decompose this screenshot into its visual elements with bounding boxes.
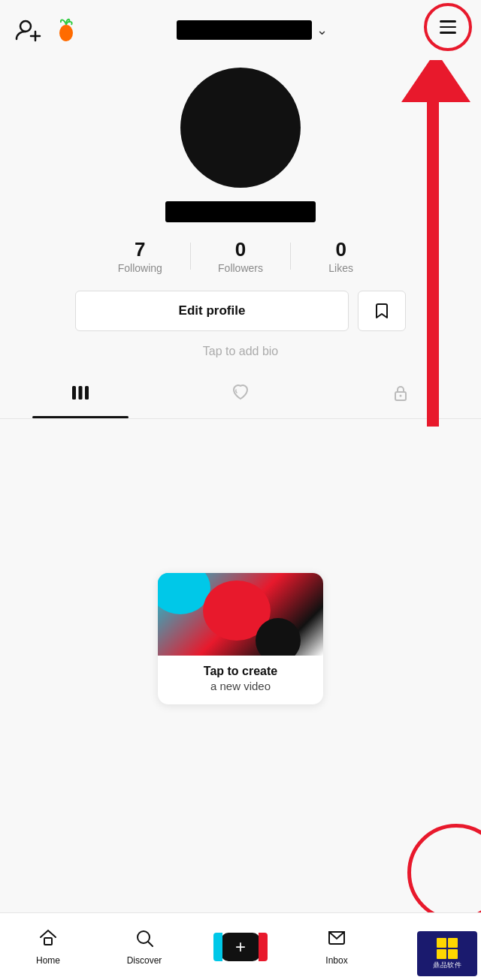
tabs-row (0, 372, 481, 419)
discover-label: Discover (127, 955, 162, 966)
bookmark-button[interactable] (358, 291, 406, 331)
bottom-red-circle (407, 824, 481, 921)
inbox-label: Inbox (325, 955, 347, 966)
svg-rect-5 (78, 386, 82, 400)
create-video-title: Tap to create (168, 665, 313, 678)
tab-liked[interactable] (160, 372, 320, 418)
nav-item-discover[interactable]: Discover (96, 928, 192, 966)
carrot-icon[interactable] (53, 17, 80, 44)
svg-rect-9 (44, 938, 52, 945)
create-video-thumbnail (158, 573, 323, 656)
nav-item-plus[interactable]: + (192, 933, 289, 961)
home-icon (38, 928, 58, 952)
avatar[interactable] (180, 68, 301, 188)
edit-profile-button[interactable]: Edit profile (75, 291, 349, 331)
nav-right (424, 9, 466, 51)
svg-rect-4 (72, 386, 76, 400)
chevron-down-icon[interactable]: ⌄ (316, 22, 328, 38)
followers-label: Followers (218, 262, 263, 274)
nav-item-inbox[interactable]: Inbox (289, 928, 385, 966)
content-area: Tap to create a new video (0, 419, 481, 795)
username-redacted (177, 20, 312, 40)
tab-videos[interactable] (0, 372, 160, 418)
profile-section: 7 Following 0 Followers 0 Likes Edit pro… (0, 60, 481, 372)
nav-center: ⌄ (80, 20, 424, 40)
create-video-card[interactable]: Tap to create a new video (158, 573, 323, 704)
hamburger-circle (424, 3, 472, 51)
followers-count: 0 (235, 239, 246, 261)
following-label: Following (118, 262, 162, 274)
inbox-icon (327, 928, 346, 952)
likes-count: 0 (335, 239, 346, 261)
following-count: 7 (135, 239, 145, 261)
followers-stat[interactable]: 0 Followers (191, 239, 291, 274)
create-video-text: Tap to create a new video (158, 656, 323, 704)
create-video-subtitle: a new video (168, 680, 313, 692)
svg-rect-6 (85, 386, 89, 400)
svg-point-3 (59, 25, 73, 41)
svg-point-8 (400, 394, 402, 397)
add-user-icon[interactable] (15, 17, 42, 44)
following-stat[interactable]: 7 Following (90, 239, 190, 274)
likes-stat[interactable]: 0 Likes (291, 239, 391, 274)
action-row: Edit profile (75, 291, 406, 331)
nav-left (15, 17, 80, 44)
tab-private[interactable] (321, 372, 481, 418)
home-label: Home (36, 955, 60, 966)
private-tab-icon (390, 382, 411, 408)
top-nav: ⌄ (0, 0, 481, 60)
nav-item-home[interactable]: Home (0, 928, 96, 966)
watermark-text: 鼎品软件 (433, 960, 461, 970)
watermark: 鼎品软件 (417, 931, 477, 976)
bookmark-icon (373, 302, 391, 320)
plus-icon: + (235, 936, 246, 957)
red-arrow-shaft (427, 96, 439, 427)
svg-point-0 (20, 21, 31, 32)
likes-label: Likes (328, 262, 353, 274)
bio-placeholder[interactable]: Tap to add bio (203, 345, 279, 358)
hamburger-button[interactable] (440, 20, 456, 34)
plus-button[interactable]: + (221, 933, 260, 961)
display-name (165, 201, 316, 222)
liked-tab-icon (230, 382, 251, 408)
svg-line-11 (148, 942, 153, 946)
watermark-logo (437, 938, 458, 959)
stats-row: 7 Following 0 Followers 0 Likes (90, 239, 391, 274)
discover-icon (135, 928, 154, 952)
bottom-nav: Home Discover + Inbox (0, 912, 481, 980)
videos-tab-icon (70, 382, 91, 408)
